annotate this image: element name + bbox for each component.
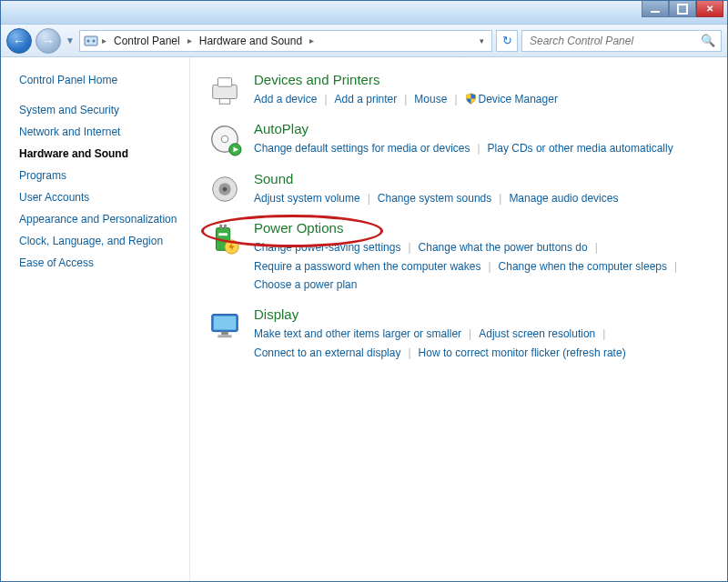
- svg-rect-5: [219, 99, 229, 105]
- svg-rect-15: [224, 225, 227, 229]
- link-change-system-sounds[interactable]: Change system sounds: [378, 189, 491, 207]
- sidebar: Control Panel Home System and SecurityNe…: [1, 57, 190, 581]
- link-manage-audio-devices[interactable]: Manage audio devices: [509, 189, 618, 207]
- link-separator: |: [397, 90, 414, 108]
- category-sound: SoundAdjust system volume|Change system …: [207, 171, 711, 207]
- link-separator: |: [317, 90, 334, 108]
- category-power-options: Power OptionsChange power-saving setting…: [207, 220, 711, 294]
- sidebar-item-appearance-and-personalization[interactable]: Appearance and Personalization: [19, 208, 178, 230]
- breadcrumb-control-panel[interactable]: Control Panel: [110, 35, 184, 47]
- breadcrumb-hardware-sound[interactable]: Hardware and Sound: [196, 35, 306, 47]
- back-button[interactable]: ←: [6, 28, 32, 54]
- link-separator: |: [595, 325, 612, 343]
- sidebar-item-network-and-internet[interactable]: Network and Internet: [19, 121, 178, 143]
- category-title-autoplay[interactable]: AutoPlay: [254, 121, 711, 136]
- link-adjust-screen-resolution[interactable]: Adjust screen resolution: [479, 325, 595, 343]
- window-titlebar: [1, 1, 727, 25]
- link-add-a-printer[interactable]: Add a printer: [335, 90, 398, 108]
- link-how-to-correct-monitor-flicker-refresh-rate[interactable]: How to correct monitor flicker (refresh …: [419, 344, 626, 362]
- sidebar-item-programs[interactable]: Programs: [19, 165, 178, 186]
- chevron-right-icon: ▸: [186, 35, 194, 45]
- nav-history-dropdown[interactable]: ▼: [65, 35, 76, 45]
- link-mouse[interactable]: Mouse: [414, 90, 447, 108]
- control-panel-icon: [84, 34, 98, 48]
- link-choose-a-power-plan[interactable]: Choose a power plan: [254, 276, 357, 294]
- svg-rect-16: [218, 233, 228, 236]
- category-autoplay: AutoPlayChange default settings for medi…: [207, 121, 711, 157]
- minimize-button[interactable]: [642, 1, 669, 17]
- link-separator: |: [470, 139, 487, 157]
- category-title-sound[interactable]: Sound: [254, 171, 711, 186]
- navigation-bar: ← → ▼ ▸ Control Panel ▸ Hardware and Sou…: [1, 25, 727, 57]
- link-separator: |: [491, 189, 509, 207]
- link-separator: |: [400, 344, 418, 362]
- control-panel-window: ← → ▼ ▸ Control Panel ▸ Hardware and Sou…: [0, 0, 728, 582]
- refresh-button[interactable]: ↻: [496, 30, 518, 52]
- uac-shield-icon: [465, 92, 477, 104]
- link-separator: |: [461, 325, 479, 343]
- svg-point-2: [93, 39, 96, 42]
- chevron-right-icon: ▸: [308, 35, 316, 45]
- link-connect-to-an-external-display[interactable]: Connect to an external display: [254, 344, 400, 362]
- link-require-a-password-when-the-computer-wakes[interactable]: Require a password when the computer wak…: [254, 257, 480, 276]
- sidebar-item-hardware-and-sound[interactable]: Hardware and Sound: [19, 143, 178, 165]
- display-icon: [207, 306, 243, 343]
- close-button[interactable]: [696, 1, 723, 17]
- svg-point-12: [223, 186, 228, 191]
- arrow-left-icon: ←: [13, 34, 25, 48]
- search-input[interactable]: [528, 34, 701, 48]
- sound-icon: [207, 171, 243, 207]
- devices-printers-icon: [207, 72, 243, 108]
- search-box[interactable]: 🔍: [521, 30, 722, 52]
- link-separator: |: [447, 90, 464, 108]
- svg-rect-14: [219, 225, 222, 229]
- sidebar-item-system-and-security[interactable]: System and Security: [19, 99, 178, 121]
- breadcrumb-dropdown[interactable]: ▾: [475, 36, 488, 45]
- power-options-icon: [207, 220, 243, 256]
- arrow-right-icon: →: [42, 34, 55, 48]
- maximize-button[interactable]: [669, 1, 696, 17]
- svg-rect-0: [85, 36, 97, 45]
- svg-rect-21: [217, 336, 231, 338]
- category-title-display[interactable]: Display: [254, 306, 711, 322]
- link-change-what-the-power-buttons-do[interactable]: Change what the power buttons do: [419, 238, 588, 256]
- refresh-icon: ↻: [502, 34, 512, 47]
- link-make-text-and-other-items-larger-or-smaller[interactable]: Make text and other items larger or smal…: [254, 325, 461, 343]
- svg-rect-4: [217, 78, 231, 87]
- svg-rect-19: [214, 316, 237, 330]
- category-title-power-options[interactable]: Power Options: [254, 220, 711, 236]
- link-separator: |: [360, 189, 378, 207]
- sidebar-item-user-accounts[interactable]: User Accounts: [19, 186, 178, 208]
- link-adjust-system-volume[interactable]: Adjust system volume: [254, 189, 360, 207]
- link-separator: |: [667, 257, 684, 276]
- breadcrumb-bar[interactable]: ▸ Control Panel ▸ Hardware and Sound ▸ ▾: [79, 30, 492, 52]
- chevron-right-icon: ▸: [100, 35, 108, 45]
- svg-rect-20: [221, 332, 228, 336]
- forward-button[interactable]: →: [35, 28, 61, 54]
- svg-point-7: [221, 136, 228, 144]
- link-separator: |: [480, 257, 498, 276]
- link-separator: |: [588, 238, 605, 256]
- search-icon: 🔍: [701, 34, 715, 47]
- link-separator: |: [400, 238, 418, 256]
- link-add-a-device[interactable]: Add a device: [254, 90, 317, 108]
- link-change-power-saving-settings[interactable]: Change power-saving settings: [254, 238, 400, 256]
- window-controls: [642, 1, 723, 17]
- content-pane: Devices and PrintersAdd a device|Add a p…: [190, 57, 727, 581]
- category-display: DisplayMake text and other items larger …: [207, 306, 711, 362]
- autoplay-icon: [207, 121, 243, 157]
- link-play-cds-or-other-media-automatically[interactable]: Play CDs or other media automatically: [488, 139, 673, 157]
- body-split: Control Panel Home System and SecurityNe…: [1, 57, 727, 581]
- category-title-devices-printers[interactable]: Devices and Printers: [254, 72, 711, 87]
- control-panel-home-link[interactable]: Control Panel Home: [19, 74, 178, 86]
- link-device-manager[interactable]: Device Manager: [465, 90, 558, 108]
- svg-point-1: [87, 39, 90, 42]
- sidebar-item-ease-of-access[interactable]: Ease of Access: [19, 252, 178, 274]
- category-devices-printers: Devices and PrintersAdd a device|Add a p…: [207, 72, 711, 108]
- link-change-default-settings-for-media-or-devices[interactable]: Change default settings for media or dev…: [254, 139, 470, 157]
- sidebar-item-clock-language-and-region[interactable]: Clock, Language, and Region: [19, 230, 178, 252]
- link-change-when-the-computer-sleeps[interactable]: Change when the computer sleeps: [499, 257, 667, 276]
